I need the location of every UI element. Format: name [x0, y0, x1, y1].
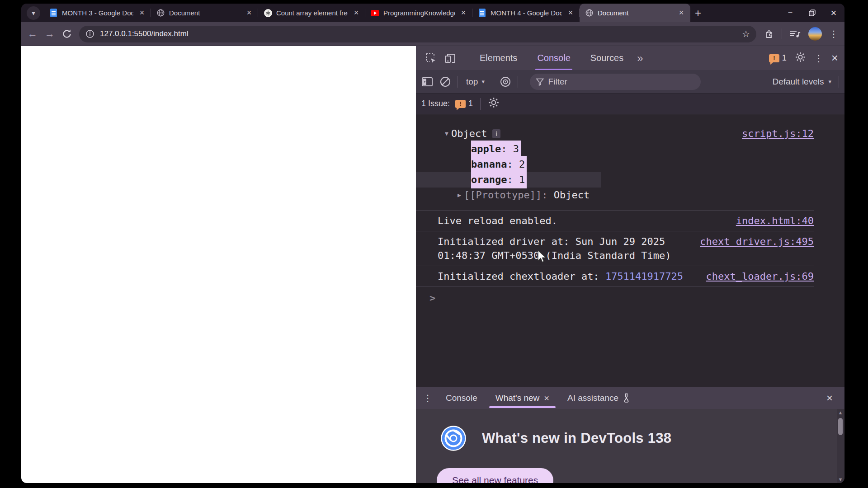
log-text: Initialized chextloader at: 175114191772… [438, 269, 697, 283]
minimize-icon: − [788, 8, 793, 18]
clear-console-icon[interactable] [439, 76, 451, 88]
url-text[interactable]: 127.0.0.1:5500/index.html [100, 29, 736, 38]
chevron-down-icon: ▾ [481, 78, 485, 85]
tab-close-icon[interactable]: × [352, 8, 361, 18]
drawer-tab-ai-assistance[interactable]: AI assistance [558, 387, 640, 409]
prototype-row[interactable]: ▶ [[Prototype]]: Object [416, 188, 844, 203]
flask-icon [623, 393, 631, 403]
source-link[interactable]: index.html:40 [736, 214, 814, 228]
console-sidebar-toggle-icon[interactable] [421, 76, 433, 87]
object-label[interactable]: Object [451, 126, 487, 141]
filter-input[interactable] [548, 77, 694, 87]
globe-icon [156, 9, 165, 17]
issue-bubble-icon: ! [769, 54, 779, 62]
devtools-close-button[interactable]: × [831, 51, 838, 65]
tab-close-icon[interactable]: × [677, 8, 686, 18]
log-row-driver[interactable]: Initialized driver at: Sun Jun 29 2025 0… [416, 231, 814, 266]
drawer-menu-button[interactable]: ⋮ [423, 393, 432, 404]
more-tabs-icon[interactable]: » [633, 52, 646, 65]
inspect-element-icon[interactable] [425, 52, 437, 64]
browser-toolbar: ← → 127.0.0.1:5500/index.html ☆ ⋮ [21, 22, 844, 46]
page-content[interactable] [21, 46, 416, 483]
maximize-button[interactable] [801, 4, 823, 22]
drawer-tab-console[interactable]: Console [437, 387, 486, 409]
expand-arrow-icon[interactable]: ▼ [442, 126, 451, 141]
minimize-button[interactable]: − [779, 4, 801, 22]
tab-elements[interactable]: Elements [470, 46, 527, 70]
property-row-banana[interactable]: banana: 2 [416, 157, 844, 172]
forward-button[interactable]: → [45, 28, 55, 40]
log-row-chextloader[interactable]: Initialized chextloader at: 175114191772… [416, 266, 814, 287]
drawer-close-button[interactable]: × [822, 392, 837, 404]
source-link[interactable]: chext_driver.js:495 [700, 235, 814, 249]
drawer-tab-whats-new[interactable]: What's new × [486, 387, 558, 409]
filter-box[interactable] [530, 74, 701, 90]
object-row[interactable]: ▼ Object i script.js:12 [416, 126, 844, 141]
log-row-live-reload[interactable]: Live reload enabled. index.html:40 [416, 210, 814, 231]
devtools-menu-button[interactable]: ⋮ [814, 53, 823, 64]
extensions-icon[interactable] [764, 28, 774, 39]
address-bar[interactable]: 127.0.0.1:5500/index.html ☆ [79, 26, 756, 42]
tab-count-array[interactable]: Count array element frequ × [258, 4, 365, 22]
property-row-apple[interactable]: apple: 3 [416, 141, 844, 157]
toolbar-divider [493, 76, 493, 88]
close-icon[interactable]: × [544, 393, 549, 404]
tab-month3-docs[interactable]: MONTH 3 - Google Docs × [44, 4, 151, 22]
tab-strip: ▾ MONTH 3 - Google Docs × Document × Cou… [21, 4, 844, 22]
tab-youtube[interactable]: ProgrammingKnowledge - × [365, 4, 472, 22]
tab-title: MONTH 4 - Google Docs [491, 9, 562, 17]
issue-count: 1 [468, 99, 473, 108]
drawer-scrollbar[interactable]: ▲ ▼ [837, 409, 844, 483]
tab-title: ProgrammingKnowledge - [383, 9, 455, 17]
back-button[interactable]: ← [28, 28, 38, 40]
property-key: orange [471, 174, 507, 185]
issues-counter[interactable]: ! 1 [455, 99, 473, 108]
scroll-down-icon[interactable]: ▼ [838, 476, 843, 483]
source-link[interactable]: script.js:12 [742, 126, 814, 141]
google-docs-icon [478, 9, 486, 17]
new-tab-button[interactable]: + [690, 7, 706, 19]
globe-icon [585, 9, 594, 17]
console-prompt[interactable]: > [416, 287, 844, 304]
tab-sources[interactable]: Sources [580, 46, 633, 70]
device-toolbar-icon[interactable] [444, 52, 457, 64]
toolbar-divider [839, 76, 839, 88]
tab-close-icon[interactable]: × [245, 8, 254, 18]
info-badge[interactable]: i [492, 129, 500, 138]
reload-button[interactable] [62, 29, 72, 39]
log-text: Live reload enabled. [438, 214, 727, 228]
profile-avatar[interactable] [808, 27, 822, 41]
mouse-cursor [537, 250, 547, 263]
close-window-button[interactable]: × [823, 4, 844, 22]
tab-document-active[interactable]: Document × [580, 4, 690, 22]
issues-counter[interactable]: ! 1 [769, 53, 787, 63]
live-expression-eye-icon[interactable] [499, 76, 512, 87]
tab-document-1[interactable]: Document × [151, 4, 258, 22]
tab-close-icon[interactable]: × [459, 8, 468, 18]
source-link[interactable]: chext_loader.js:69 [706, 269, 814, 283]
browser-menu-button[interactable]: ⋮ [829, 28, 838, 39]
media-controls-icon[interactable] [789, 29, 801, 39]
issue-count: 1 [782, 53, 787, 63]
scrollbar-thumb[interactable] [838, 418, 843, 435]
tab-console[interactable]: Console [527, 46, 580, 70]
log-text: Initialized driver at: Sun Jun 29 2025 0… [438, 235, 691, 263]
tab-close-icon[interactable]: × [566, 8, 575, 18]
console-settings-gear-icon[interactable] [488, 97, 500, 111]
tab-month4-docs[interactable]: MONTH 4 - Google Docs × [472, 4, 580, 22]
levels-dropdown[interactable]: Default levels ▾ [772, 77, 839, 87]
chatgpt-icon [264, 9, 272, 17]
settings-gear-icon[interactable] [795, 52, 806, 65]
site-info-icon[interactable] [85, 29, 94, 38]
scroll-up-icon[interactable]: ▲ [838, 409, 843, 416]
close-icon: × [831, 7, 837, 19]
devtools-tabbar: Elements Console Sources » ! 1 ⋮ × [416, 46, 844, 70]
tab-search-button[interactable]: ▾ [27, 6, 40, 20]
property-value: 2 [519, 159, 525, 170]
see-all-features-button[interactable]: See all new features [437, 468, 553, 483]
context-selector[interactable]: top ▾ [463, 77, 487, 87]
bookmark-star-icon[interactable]: ☆ [742, 28, 750, 39]
expand-arrow-icon[interactable]: ▶ [455, 188, 464, 203]
tab-close-icon[interactable]: × [137, 8, 146, 18]
property-row-orange[interactable]: orange: 1 [416, 172, 844, 188]
